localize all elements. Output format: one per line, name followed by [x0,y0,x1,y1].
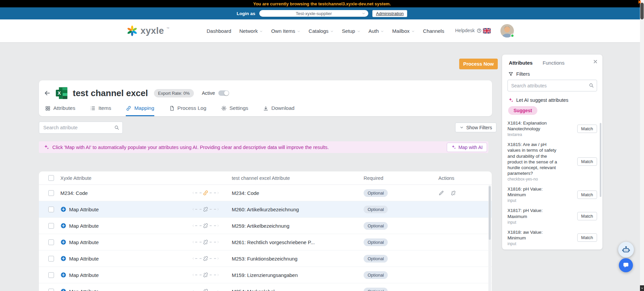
attribute-title: X1815: Are aw / pH values in terms of sa… [507,142,560,176]
nav-own-items[interactable]: Own Items [271,28,301,34]
attribute-title: X1814: Explanation Nanotechnology [507,120,560,132]
row-checkbox[interactable] [48,239,54,245]
nav-network[interactable]: Network [239,28,263,34]
login-as-label: Login as [237,11,256,16]
scroll-down-button[interactable] [640,285,644,291]
mapping-connector [192,206,232,212]
filters-header: Filters [502,66,602,77]
page-title: test channel excel [73,88,148,98]
table-scrollbar-thumb[interactable] [489,186,491,240]
arrow-left-icon [192,290,195,291]
attribute-search [39,122,123,134]
ai-suggest-header: Let AI suggest attributes [502,91,602,103]
chevron-down-icon [460,125,464,130]
close-icon[interactable] [593,59,598,64]
row-checkbox[interactable] [48,256,54,262]
brand-logo[interactable]: xyxle ™ [126,25,169,37]
row-checkbox[interactable] [48,190,54,196]
match-button[interactable]: Match [577,212,597,220]
mapping-connector [192,223,232,229]
target-attribute: M259: Artikelbezeichnung [232,223,364,229]
sparkles-icon [508,97,514,103]
target-attribute: M261: Rechtlich vorgeschriebene P... [232,239,364,245]
scrollbar-thumb[interactable] [640,3,644,19]
tab-process-log[interactable]: Process Log [169,105,206,116]
active-label: Active [202,90,215,96]
add-circle-icon [60,288,66,291]
map-attribute-button[interactable]: Map Attribute [69,239,99,245]
nav-mailbox[interactable]: Mailbox [392,28,415,34]
brand-trademark: ™ [166,27,169,30]
support-chat-button[interactable] [619,258,633,272]
arrow-right-icon [216,240,220,244]
add-circle-icon [60,239,66,245]
process-now-button[interactable]: Process Now [459,59,498,69]
online-status-dot [511,34,514,38]
brand-name: xyxle [141,25,164,37]
mapping-connector [192,239,232,245]
map-attribute-button[interactable]: Map Attribute [69,289,99,291]
nav-setup[interactable]: Setup [342,28,360,34]
suggest-button[interactable]: Suggest [508,106,537,115]
map-attribute-button[interactable]: Map Attribute [69,207,99,212]
mapping-row: Map Attribute M159: Lizenzierungsangaben… [39,267,492,283]
nav-dashboard[interactable]: Dashboard [207,28,231,34]
tab-download[interactable]: Download [263,105,294,116]
tab-items[interactable]: Items [90,105,111,116]
nav-catalogs[interactable]: Catalogs [309,28,334,34]
file-icon [169,105,175,111]
tab-mapping[interactable]: Mapping [126,105,154,116]
match-button[interactable]: Match [577,125,597,133]
excel-icon: X [55,86,68,100]
nav-channels[interactable]: Channels [423,28,444,34]
chevron-down-icon [330,29,334,33]
helpdesk-link[interactable]: Helpdesk [455,28,482,33]
page-scrollbar[interactable] [640,0,644,291]
row-checkbox[interactable] [48,207,54,212]
target-attribute: M260: Artikelkurzbezeichnung [232,207,364,212]
attribute-type: input [507,198,560,203]
attribute-list-item: X1818: aw Value: Minimum input Match [502,227,602,248]
match-button[interactable]: Match [577,157,597,166]
active-toggle[interactable] [218,90,229,96]
ai-chatbot-button[interactable] [618,242,634,258]
back-arrow-icon[interactable] [44,89,51,97]
attribute-title: X1817: pH Value: Maximum [507,208,560,219]
user-avatar[interactable] [500,24,514,38]
panel-scrollbar-thumb[interactable] [600,123,601,197]
map-attribute-button[interactable]: Map Attribute [69,256,99,262]
panel-tab-functions[interactable]: Functions [543,60,565,66]
map-with-ai-button[interactable]: Map with AI [447,143,487,152]
tenant-selector[interactable]: Test-xyxle-supplier [259,10,368,17]
panel-tab-attributes[interactable]: Attributes [509,60,533,66]
match-button[interactable]: Match [577,233,597,242]
unlink-icon[interactable] [450,190,456,196]
edit-pencil-icon[interactable] [438,190,444,196]
administration-button[interactable]: Administration [372,10,407,17]
funnel-icon [508,71,514,77]
row-checkbox[interactable] [48,272,54,278]
match-button[interactable]: Match [577,191,597,199]
required-badge: Optional [364,206,388,213]
ai-banner-message: Click 'Map with AI' to automatically pop… [52,145,329,150]
broken-link-icon [203,272,209,278]
map-attribute-button[interactable]: Map Attribute [69,272,99,278]
select-all-checkbox[interactable] [48,175,54,181]
tab-settings[interactable]: Settings [221,105,248,116]
map-attribute-button[interactable]: Map Attribute [69,223,99,229]
tab-attributes[interactable]: Attributes [45,105,75,116]
row-checkbox[interactable] [48,289,54,291]
arrow-right-icon [216,273,220,277]
attribute-type: input [507,220,560,225]
attribute-list-item: X1814: Explanation Nanotechnology textar… [502,118,602,139]
main-nav: Dashboard Network Own Items Catalogs Set… [207,19,444,42]
mapping-row: M234: Code M234: Code Optional [39,185,492,201]
add-circle-icon [60,206,66,212]
show-filters-button[interactable]: Show Filters [455,123,496,132]
search-icon [114,125,119,130]
row-checkbox[interactable] [48,223,54,229]
search-attribute-input[interactable] [39,122,123,134]
language-flag-icon[interactable] [483,28,491,33]
nav-auth[interactable]: Auth [369,28,384,34]
search-attributes-input[interactable] [507,80,597,91]
